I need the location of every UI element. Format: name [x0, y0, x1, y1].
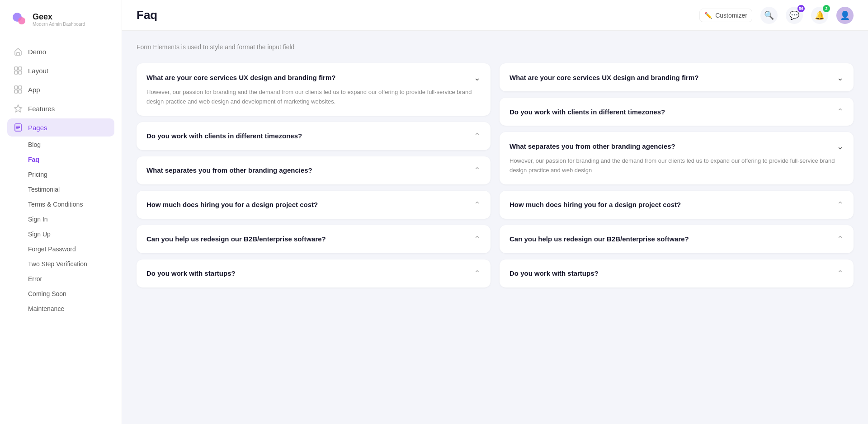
features-icon [14, 104, 23, 113]
sidebar-item-features[interactable]: Features [7, 99, 114, 118]
bell-icon: 🔔 [815, 10, 825, 20]
faq-item[interactable]: How much does hiring you for a design pr… [137, 191, 491, 219]
app-icon [14, 85, 23, 94]
sidebar-item-demo[interactable]: Demo [7, 42, 114, 61]
sidebar-item-layout[interactable]: Layout [7, 61, 114, 80]
sidebar-item-pages-label: Pages [28, 124, 47, 132]
chat-icon: 💬 [789, 10, 799, 20]
sidebar-subitem-two-step[interactable]: Two Step Verification [7, 257, 114, 271]
faq-question: What are your core services UX design an… [146, 73, 335, 82]
pencil-icon: ✏️ [704, 12, 712, 19]
messages-badge: 56 [797, 5, 805, 12]
customizer-button[interactable]: ✏️ Customizer [699, 9, 752, 22]
search-icon: 🔍 [764, 10, 774, 20]
faq-question: What separates you from other branding a… [509, 141, 675, 151]
chevron-icon: ⌃ [837, 234, 844, 244]
avatar-icon: 👤 [840, 10, 850, 20]
faq-item[interactable]: What are your core services UX design an… [500, 63, 854, 91]
app-subtitle: Modern Admin Dashboard [33, 22, 85, 27]
header: Faq ✏️ Customizer 🔍 💬 56 🔔 2 👤 [122, 0, 868, 31]
faq-item[interactable]: Do you work with clients in different ti… [137, 122, 491, 150]
svg-rect-5 [14, 71, 18, 74]
header-right: ✏️ Customizer 🔍 💬 56 🔔 2 👤 [699, 7, 854, 24]
svg-rect-3 [14, 67, 18, 70]
sidebar-item-layout-label: Layout [28, 67, 48, 75]
svg-rect-4 [19, 67, 22, 70]
sidebar: Geex Modern Admin Dashboard Demo Layout [0, 0, 122, 424]
sidebar-subitem-blog[interactable]: Blog [7, 137, 114, 152]
svg-rect-2 [17, 52, 19, 55]
faq-item[interactable]: Can you help us redesign our B2B/enterpr… [500, 225, 854, 253]
sidebar-item-pages[interactable]: Pages [7, 118, 114, 137]
chevron-icon: ⌃ [474, 200, 481, 210]
sidebar-subitem-faq[interactable]: Faq [7, 152, 114, 167]
app-name: Geex [33, 12, 85, 22]
chevron-icon: ⌃ [837, 269, 844, 278]
faq-item[interactable]: Do you work with startups?⌃ [137, 259, 491, 287]
sidebar-subitem-maintenance[interactable]: Maintenance [7, 302, 114, 316]
faq-question: What separates you from other branding a… [146, 165, 312, 175]
faq-question: Can you help us redesign our B2B/enterpr… [509, 234, 689, 244]
notifications-button[interactable]: 🔔 2 [811, 7, 828, 24]
chevron-icon: ⌃ [474, 131, 481, 141]
faq-question: How much does hiring you for a design pr… [509, 200, 681, 209]
logo-icon [11, 11, 28, 28]
faq-question: Do you work with clients in different ti… [146, 131, 302, 141]
faq-question: Can you help us redesign our B2B/enterpr… [146, 234, 326, 244]
faq-item[interactable]: What are your core services UX design an… [137, 63, 491, 116]
svg-rect-7 [14, 86, 18, 89]
notifications-badge: 2 [823, 5, 830, 12]
faq-question: What are your core services UX design an… [509, 73, 698, 82]
sidebar-subitem-forget-password[interactable]: Forget Password [7, 242, 114, 256]
faq-right-column: What are your core services UX design an… [500, 63, 854, 287]
faq-question: Do you work with clients in different ti… [509, 107, 665, 117]
faq-grid: What are your core services UX design an… [137, 63, 854, 287]
sidebar-subitem-pricing[interactable]: Pricing [7, 167, 114, 182]
sidebar-item-app-label: App [28, 86, 40, 94]
sidebar-subitem-coming-soon[interactable]: Coming Soon [7, 287, 114, 301]
sidebar-item-app[interactable]: App [7, 80, 114, 99]
header-left: Faq [137, 8, 157, 22]
page-subtitle: Form Elements is used to style and forma… [137, 43, 854, 51]
sidebar-subitem-signin[interactable]: Sign In [7, 212, 114, 226]
faq-question: Do you work with startups? [509, 269, 599, 278]
svg-point-1 [18, 17, 25, 24]
search-button[interactable]: 🔍 [760, 7, 778, 24]
sidebar-subitem-terms[interactable]: Terms & Conditions [7, 197, 114, 212]
page-title: Faq [137, 8, 157, 22]
faq-item[interactable]: What separates you from other branding a… [137, 156, 491, 184]
chevron-icon: ⌃ [474, 72, 481, 82]
faq-item[interactable]: Can you help us redesign our B2B/enterpr… [137, 225, 491, 253]
chevron-icon: ⌃ [837, 141, 844, 151]
messages-button[interactable]: 💬 56 [786, 7, 803, 24]
faq-question: How much does hiring you for a design pr… [146, 200, 318, 209]
faq-answer: However, our passion for branding and th… [146, 88, 481, 107]
faq-answer: However, our passion for branding and th… [509, 156, 844, 175]
chevron-icon: ⌃ [474, 234, 481, 244]
chevron-icon: ⌃ [474, 269, 481, 278]
faq-item[interactable]: Do you work with startups?⌃ [500, 259, 854, 287]
sidebar-subitem-error[interactable]: Error [7, 272, 114, 286]
faq-item[interactable]: Do you work with clients in different ti… [500, 98, 854, 126]
logo-area: Geex Modern Admin Dashboard [7, 11, 114, 28]
sidebar-item-demo-label: Demo [28, 48, 46, 56]
sidebar-subitem-testimonial[interactable]: Testimonial [7, 182, 114, 197]
main-area: Faq ✏️ Customizer 🔍 💬 56 🔔 2 👤 Fo [122, 0, 868, 424]
faq-item[interactable]: How much does hiring you for a design pr… [500, 191, 854, 219]
logo-text: Geex Modern Admin Dashboard [33, 12, 85, 27]
chevron-icon: ⌃ [837, 200, 844, 210]
svg-rect-8 [19, 86, 22, 89]
svg-rect-6 [19, 71, 22, 74]
chevron-icon: ⌃ [474, 165, 481, 175]
faq-question: Do you work with startups? [146, 269, 236, 278]
svg-marker-11 [14, 105, 22, 112]
faq-item[interactable]: What separates you from other branding a… [500, 132, 854, 184]
page-content: Form Elements is used to style and forma… [122, 31, 868, 424]
chevron-icon: ⌃ [837, 107, 844, 117]
home-icon [14, 47, 23, 56]
svg-rect-9 [14, 90, 18, 93]
sidebar-item-features-label: Features [28, 105, 55, 113]
sidebar-subitem-signup[interactable]: Sign Up [7, 227, 114, 241]
svg-rect-10 [19, 90, 22, 93]
avatar-button[interactable]: 👤 [836, 7, 854, 24]
